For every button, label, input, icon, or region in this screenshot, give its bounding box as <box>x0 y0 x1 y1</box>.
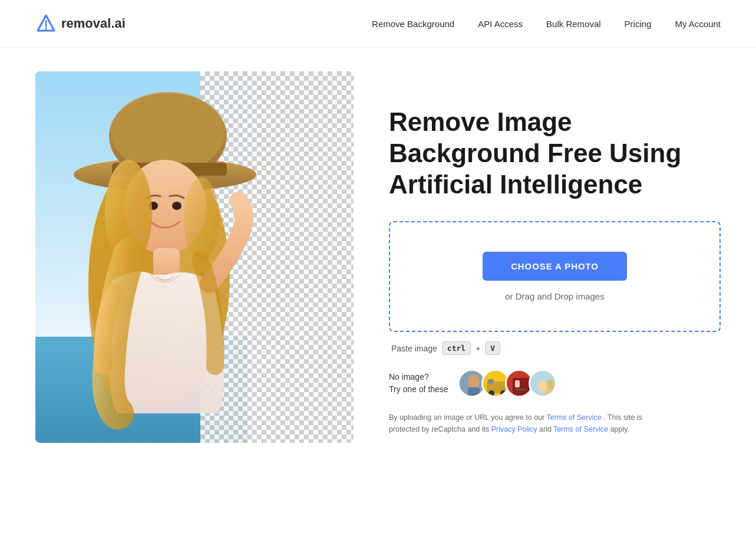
paste-label: Paste image <box>391 344 437 353</box>
nav-bulk-removal[interactable]: Bulk Removal <box>546 19 601 29</box>
logo-text: removal.ai <box>61 16 126 31</box>
v-key: V <box>485 341 500 355</box>
site-header: removal.ai Remove Background API Access … <box>0 0 756 48</box>
logo-icon <box>35 13 57 34</box>
sample-thumb-4[interactable] <box>529 369 557 397</box>
svg-point-2 <box>45 28 47 30</box>
svg-point-38 <box>537 380 547 392</box>
no-image-area: No image? Try one of these <box>389 369 721 397</box>
image-preview-area <box>35 71 354 443</box>
main-nav: Remove Background API Access Bulk Remova… <box>372 19 721 29</box>
svg-point-30 <box>500 390 506 396</box>
drag-drop-text: or Drag and Drop images <box>505 291 604 301</box>
right-content-area: Remove Image Background Free Using Artif… <box>389 71 721 435</box>
nav-my-account[interactable]: My Account <box>675 19 721 29</box>
demo-image <box>35 71 354 443</box>
sample-images <box>458 369 557 397</box>
person-figure <box>35 71 274 443</box>
tos-text: By uploading an image or URL you agree t… <box>389 412 648 435</box>
svg-rect-33 <box>513 378 529 397</box>
svg-point-29 <box>488 390 494 396</box>
svg-point-25 <box>468 374 480 389</box>
choose-photo-button[interactable]: CHOOSE A PHOTO <box>483 252 627 281</box>
nav-pricing[interactable]: Pricing <box>625 19 652 29</box>
hero-title: Remove Image Background Free Using Artif… <box>389 107 721 200</box>
drop-zone[interactable]: CHOOSE A PHOTO or Drag and Drop images <box>389 221 721 332</box>
nav-api-access[interactable]: API Access <box>478 19 523 29</box>
svg-rect-26 <box>468 387 480 397</box>
svg-rect-35 <box>515 389 527 390</box>
ctrl-key: ctrl <box>442 341 471 355</box>
tos-link-1[interactable]: Terms of Service <box>547 413 602 422</box>
svg-rect-31 <box>488 379 494 384</box>
logo-area[interactable]: removal.ai <box>35 13 126 34</box>
no-image-text: No image? Try one of these <box>389 371 448 396</box>
nav-remove-background[interactable]: Remove Background <box>372 19 454 29</box>
svg-rect-34 <box>515 380 520 387</box>
paste-area: Paste image ctrl + V <box>389 341 721 355</box>
tos-link-2[interactable]: Terms of Service <box>553 425 608 433</box>
privacy-link[interactable]: Privacy Policy <box>491 425 537 433</box>
main-content: Remove Image Background Free Using Artif… <box>0 48 756 466</box>
plus-sign: + <box>476 344 480 353</box>
svg-point-39 <box>547 379 554 389</box>
